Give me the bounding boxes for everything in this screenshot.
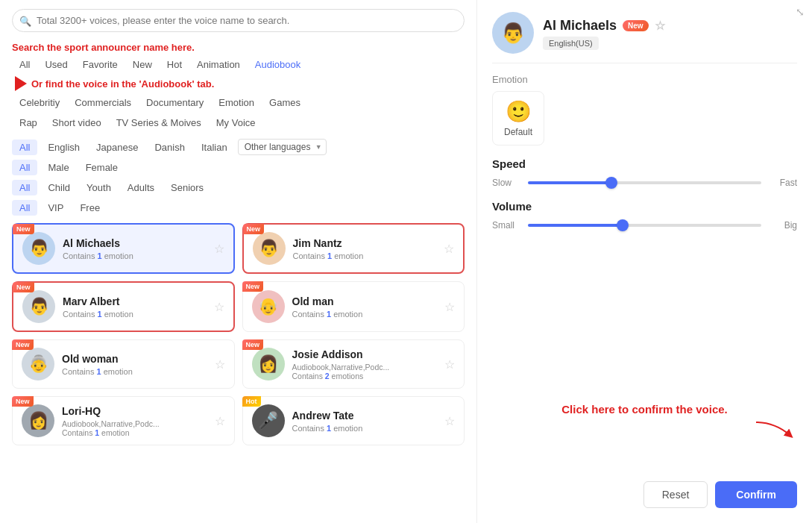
age-filter-row: All Child Youth Adults Seniors	[12, 180, 465, 195]
tab-row-2: Celebritiy Commercials Documentary Emoti…	[12, 94, 465, 111]
tier-all-btn[interactable]: All	[12, 200, 37, 216]
other-languages-select[interactable]: Other languages	[238, 139, 327, 155]
tab-games[interactable]: Games	[262, 94, 308, 111]
voice-emotion: Contains 1 emotion	[63, 251, 207, 260]
new-badge: New	[12, 396, 34, 407]
filter-adults[interactable]: Adults	[122, 180, 160, 195]
voice-name: Lori-HQ	[62, 405, 207, 417]
new-badge: New	[13, 224, 34, 234]
tab-audiobook[interactable]: Audiobook	[248, 56, 308, 73]
action-buttons: Reset Confirm	[643, 481, 797, 508]
star-button[interactable]: ☆	[214, 242, 224, 256]
voice-info: Old woman Contains 1 emotion	[62, 353, 207, 376]
star-right[interactable]: ☆	[655, 19, 665, 33]
voice-info: Jim Nantz Contains 1 emotion	[293, 237, 437, 260]
voice-emotion: Contains 1 emotion	[292, 424, 438, 433]
voice-card-marv-albert[interactable]: New 👨 Marv Albert Contains 1 emotion ☆	[12, 281, 235, 332]
search-input[interactable]	[12, 9, 465, 32]
slow-label: Slow	[492, 178, 520, 188]
left-panel: 🔍 Search the sport announcer name here. …	[0, 0, 477, 523]
voice-name: Old man	[292, 295, 438, 307]
tab-new[interactable]: New	[125, 56, 160, 73]
filter-seniors[interactable]: Seniors	[165, 180, 210, 195]
voice-card-andrew-tate[interactable]: Hot 🎤 Andrew Tate Contains 1 emotion ☆	[242, 396, 465, 445]
filter-male[interactable]: Male	[42, 160, 75, 175]
tab-celebrity[interactable]: Celebritiy	[12, 94, 67, 111]
filter-italian[interactable]: Italian	[195, 140, 233, 155]
gender-all-btn[interactable]: All	[12, 160, 37, 175]
age-all-btn[interactable]: All	[12, 180, 37, 195]
tab-my-voice[interactable]: My Voice	[209, 114, 263, 131]
language-all-btn[interactable]: All	[12, 140, 37, 155]
tab-documentary[interactable]: Documentary	[139, 94, 211, 111]
new-badge: New	[243, 224, 265, 234]
filter-section: All English Japanese Danish Italian Othe…	[12, 139, 465, 216]
star-button[interactable]: ☆	[215, 357, 225, 372]
voice-name: Jim Nantz	[293, 237, 437, 249]
other-languages-wrap[interactable]: Other languages	[238, 139, 327, 155]
voice-card-old-man[interactable]: New 👴 Old man Contains 1 emotion ☆	[242, 281, 465, 332]
tab-rap[interactable]: Rap	[12, 114, 45, 131]
gender-filter-row: All Male Female	[12, 160, 465, 175]
tab-used[interactable]: Used	[37, 56, 75, 73]
voice-avatar: 👩	[252, 348, 285, 380]
star-button[interactable]: ☆	[444, 414, 455, 428]
tab-animation[interactable]: Animation	[189, 56, 248, 73]
filter-japanese[interactable]: Japanese	[90, 140, 144, 155]
star-button[interactable]: ☆	[214, 300, 224, 314]
volume-label: Volume	[492, 200, 797, 213]
voice-card-josie-addison[interactable]: New 👩 Josie Addison Audiobook,Narrative,…	[242, 339, 465, 389]
confirm-annotation-wrap: Click here to confirm the voice.	[492, 403, 797, 441]
filter-english[interactable]: English	[42, 140, 86, 155]
voice-name: Andrew Tate	[292, 410, 438, 422]
small-label: Small	[492, 220, 520, 231]
filter-free[interactable]: Free	[74, 200, 106, 216]
voice-name: Josie Addison	[292, 348, 438, 360]
tab-favorite[interactable]: Favorite	[75, 56, 125, 73]
voice-card-lori-hq[interactable]: New 👩 Lori-HQ Audiobook,Narrative,Podc..…	[12, 396, 235, 445]
star-button[interactable]: ☆	[444, 300, 455, 314]
star-button[interactable]: ☆	[215, 414, 225, 428]
filter-child[interactable]: Child	[42, 180, 76, 195]
speed-slider[interactable]	[528, 181, 761, 184]
voice-emotion: Audiobook,Narrative,Podc...Contains 1 em…	[62, 419, 207, 437]
voice-emotion: Audiobook,Narrative,Podc...Contains 2 em…	[292, 363, 438, 380]
voice-emotion: Contains 1 emotion	[293, 251, 437, 260]
search-annotation: Search the sport announcer name here.	[12, 42, 195, 53]
star-button[interactable]: ☆	[444, 242, 454, 256]
tab-commercials[interactable]: Commercials	[67, 94, 139, 111]
voice-info: Old man Contains 1 emotion	[292, 295, 438, 319]
fast-label: Fast	[769, 178, 797, 188]
voice-info: Marv Albert Contains 1 emotion	[63, 295, 207, 319]
tab-short-video[interactable]: Short video	[45, 114, 109, 131]
new-badge: New	[242, 339, 264, 350]
audiobook-annotation: Or find the voice in the 'Audiobook' tab…	[31, 78, 214, 90]
collapse-button[interactable]: ⤡	[796, 6, 805, 18]
voice-avatar: 🎤	[252, 404, 285, 437]
emotion-card[interactable]: 🙂 Default	[492, 91, 544, 145]
voice-avatar: 👨	[22, 290, 55, 323]
tab-hot[interactable]: Hot	[160, 56, 189, 73]
voice-card-old-woman[interactable]: New 👵 Old woman Contains 1 emotion ☆	[12, 339, 235, 389]
voice-card-al-michaels[interactable]: New 👨 Al Michaels Contains 1 emotion ☆	[12, 223, 235, 274]
confirm-button[interactable]: Confirm	[715, 481, 797, 508]
voice-grid: New 👨 Al Michaels Contains 1 emotion ☆ N…	[12, 223, 465, 445]
emotion-section: Emotion 🙂 Default	[492, 74, 797, 145]
voice-avatar: 👨	[253, 232, 286, 265]
volume-slider-row: Small Big	[492, 220, 797, 231]
voice-emotion: Contains 1 emotion	[292, 310, 438, 319]
new-badge: New	[12, 339, 34, 350]
filter-youth[interactable]: Youth	[81, 180, 117, 195]
tab-all[interactable]: All	[12, 56, 37, 73]
filter-vip[interactable]: VIP	[42, 200, 69, 216]
filter-female[interactable]: Female	[80, 160, 124, 175]
tab-tv-series[interactable]: TV Series & Moives	[109, 114, 209, 131]
volume-slider[interactable]	[528, 224, 761, 227]
reset-button[interactable]: Reset	[643, 481, 708, 508]
voice-card-jim-nantz[interactable]: New 👨 Jim Nantz Contains 1 emotion ☆	[242, 223, 465, 274]
language-badge: English(US)	[543, 37, 599, 50]
filter-danish[interactable]: Danish	[148, 140, 190, 155]
tab-emotion[interactable]: Emotion	[211, 94, 262, 111]
star-button[interactable]: ☆	[444, 357, 455, 372]
voice-avatar: 👵	[22, 348, 54, 380]
